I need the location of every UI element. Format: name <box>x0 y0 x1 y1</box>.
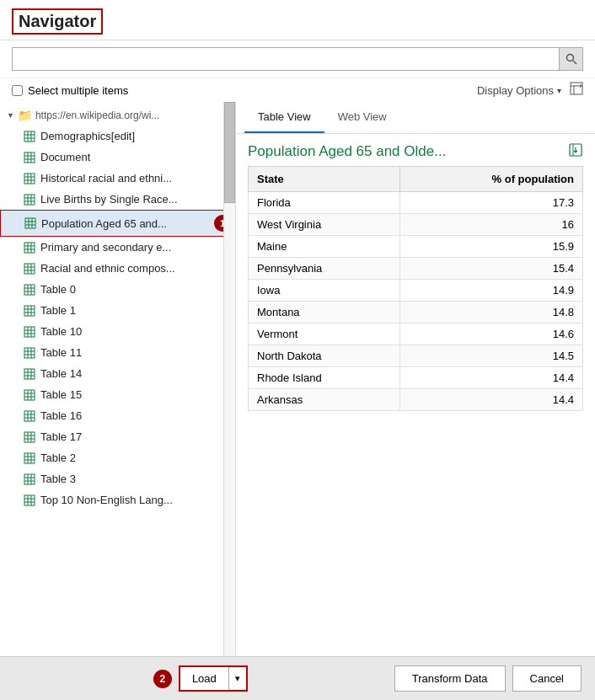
grid-icon <box>24 473 35 485</box>
tab-web-view[interactable]: Web View <box>324 102 400 133</box>
svg-rect-40 <box>24 285 35 295</box>
select-multiple-checkbox[interactable] <box>12 85 23 96</box>
svg-rect-10 <box>24 152 35 163</box>
tree-item-primary-label: Primary and secondary e... <box>40 241 171 254</box>
grid-icon <box>24 284 35 296</box>
table-row: Maine15.9 <box>249 236 583 258</box>
svg-rect-20 <box>24 195 35 205</box>
root-url-label: https://en.wikipedia.org/wi... <box>35 110 159 121</box>
search-icon <box>566 53 577 65</box>
tree-item-table14-label: Table 14 <box>40 367 82 380</box>
load-button-group: Load ▾ <box>179 665 248 692</box>
cancel-button[interactable]: Cancel <box>512 665 582 692</box>
tree-item-live-births[interactable]: Live Births by Single Race... <box>0 189 235 210</box>
svg-rect-85 <box>24 474 35 484</box>
tree-item-racial-label: Racial and ethnic compos... <box>40 262 175 275</box>
tree-item-table10[interactable]: Table 10 <box>0 321 235 342</box>
title-bar: Navigator <box>0 0 595 40</box>
tree-item-racial[interactable]: Racial and ethnic compos... <box>0 258 235 279</box>
display-options-label: Display Options <box>477 84 554 97</box>
load-dropdown-arrow[interactable]: ▾ <box>229 668 246 689</box>
tree-item-document-label: Document <box>40 151 90 163</box>
tree-item-table17[interactable]: Table 17 <box>0 426 235 447</box>
grid-icon <box>24 194 35 206</box>
grid-icon <box>24 452 35 464</box>
tree-item-table17-label: Table 17 <box>40 430 82 443</box>
tree-item-top10-label: Top 10 Non-English Lang... <box>40 494 173 506</box>
tree-item-live-births-label: Live Births by Single Race... <box>40 193 178 206</box>
tree-item-table3[interactable]: Table 3 <box>0 468 235 489</box>
footer: 2 Load ▾ Transform Data Cancel <box>0 656 595 700</box>
cell-state: North Dakota <box>249 345 400 367</box>
tree-item-table16[interactable]: Table 16 <box>0 405 235 426</box>
load-button[interactable]: Load <box>180 667 229 690</box>
col-header-state: State <box>249 167 400 192</box>
dialog-title: Navigator <box>12 8 103 35</box>
svg-rect-30 <box>24 243 35 253</box>
table-row: Montana14.8 <box>249 302 583 323</box>
tree-item-table15[interactable]: Table 15 <box>0 384 235 405</box>
footer-badge: 2 <box>153 670 172 688</box>
tree-item-table0-label: Table 0 <box>40 283 76 296</box>
tree-item-demographics[interactable]: Demographics[edit] <box>0 126 235 147</box>
svg-rect-50 <box>24 327 35 337</box>
download-icon[interactable] <box>568 142 583 161</box>
preview-panel: Table View Web View Population Aged 65 a… <box>236 102 595 656</box>
table-row: Rhode Island14.4 <box>249 367 583 389</box>
search-button[interactable] <box>560 47 583 71</box>
nav-scrollbar[interactable] <box>223 102 235 656</box>
preview-title: Population Aged 65 and Olde... <box>248 143 446 160</box>
cell-pct: 14.5 <box>400 345 583 367</box>
footer-center: 2 Load ▾ <box>13 665 388 692</box>
tree-item-table2[interactable]: Table 2 <box>0 447 235 468</box>
expand-icon: ▼ <box>7 111 14 120</box>
grid-icon <box>24 431 35 443</box>
tree-item-top10[interactable]: Top 10 Non-English Lang... <box>0 489 235 510</box>
tree-item-table15-label: Table 15 <box>40 388 82 401</box>
tab-table-view[interactable]: Table View <box>244 102 324 133</box>
svg-line-1 <box>573 61 576 64</box>
tree-item-table0[interactable]: Table 0 <box>0 279 235 300</box>
tree-item-population-aged-label: Population Aged 65 and... <box>41 217 209 230</box>
tree-item-document[interactable]: Document <box>0 147 235 168</box>
tree-item-table10-label: Table 10 <box>40 325 82 338</box>
tree-item-primary[interactable]: Primary and secondary e... <box>0 237 235 258</box>
display-options-chevron: ▾ <box>557 86 561 95</box>
cell-pct: 16 <box>400 214 583 236</box>
tree-root[interactable]: ▼ 📁 https://en.wikipedia.org/wi... <box>0 105 235 126</box>
tree-item-historical-label: Historical racial and ethni... <box>40 172 172 184</box>
svg-rect-15 <box>24 174 35 184</box>
grid-icon <box>24 217 36 229</box>
tree-item-table1[interactable]: Table 1 <box>0 300 235 321</box>
cell-pct: 14.6 <box>400 323 583 345</box>
nav-scrollbar-thumb[interactable] <box>224 102 235 203</box>
cell-state: Iowa <box>249 280 400 302</box>
tree-item-table2-label: Table 2 <box>40 452 76 464</box>
cell-pct: 15.4 <box>400 258 583 280</box>
tree-item-table14[interactable]: Table 14 <box>0 363 235 384</box>
table-row: Arkansas14.4 <box>249 389 583 411</box>
cell-state: Maine <box>249 236 400 258</box>
grid-icon <box>24 368 35 380</box>
transform-data-button[interactable]: Transform Data <box>394 665 506 692</box>
tree-item-table11[interactable]: Table 11 <box>0 342 235 363</box>
table-row: North Dakota14.5 <box>249 345 583 367</box>
cell-pct: 14.9 <box>400 280 583 302</box>
grid-icon <box>24 305 35 317</box>
svg-rect-35 <box>24 264 35 274</box>
table-row: Iowa14.9 <box>249 280 583 302</box>
tree-item-historical[interactable]: Historical racial and ethni... <box>0 168 235 189</box>
svg-rect-25 <box>25 218 35 228</box>
svg-rect-2 <box>571 83 582 94</box>
tree-item-population-aged[interactable]: Population Aged 65 and... 1 <box>0 210 235 237</box>
cell-pct: 14.8 <box>400 302 583 323</box>
svg-rect-45 <box>24 306 35 316</box>
search-input[interactable] <box>12 47 560 71</box>
select-multiple-label: Select multiple items <box>28 84 128 97</box>
display-options-button[interactable]: Display Options ▾ <box>477 84 561 97</box>
table-row: Florida17.3 <box>249 192 583 214</box>
svg-rect-55 <box>24 348 35 358</box>
table-row: Vermont14.6 <box>249 323 583 345</box>
icon-new-table[interactable] <box>570 82 583 99</box>
cell-state: Florida <box>249 192 400 214</box>
